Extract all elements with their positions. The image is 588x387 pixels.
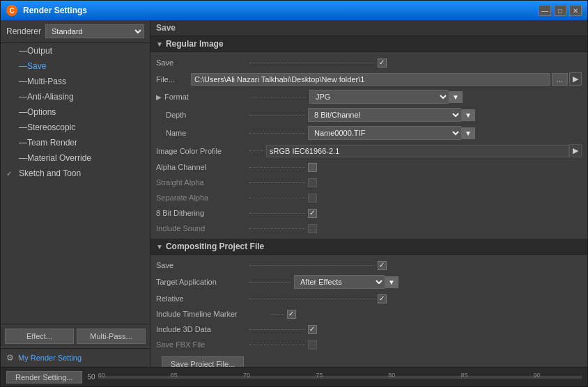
timeline-row: 50 60 65 70 75 80 85 90 [88,373,582,381]
compositing-content: Save Target Application After Effects ▼ … [150,255,587,367]
color-profile-input[interactable] [266,145,569,157]
depth-select[interactable]: 8 Bit/Channel [308,108,461,122]
file-label: File... [156,75,191,84]
sidebar-item-label: —Material Override [19,153,91,163]
file-path-input[interactable] [191,73,550,86]
file-arrow-button[interactable]: ▶ [569,72,582,86]
save-project-button[interactable]: Save Project File... [162,356,244,367]
target-app-select[interactable]: After Effects [294,275,385,289]
bit-dithering-row: 8 Bit Dithering [156,205,582,221]
window-controls: — □ ✕ [539,5,582,16]
include-timeline-checkbox[interactable] [287,310,296,319]
include-3d-row: Include 3D Data [156,322,582,337]
format-row: ▶ Format JPG ▼ [156,88,582,106]
save-fbx-row: Save FBX File [156,337,582,352]
relative-row: Relative [156,291,582,306]
title-bar: C Render Settings — □ ✕ [1,1,587,20]
bottom-bar: Render Setting... 50 60 65 70 75 80 85 9… [1,367,587,386]
sidebar-item-multipass[interactable]: —Multi-Pass [1,74,150,89]
timeline-mark-60: 60 [98,372,105,379]
alpha-channel-label: Alpha Channel [156,163,247,171]
format-arrow-button[interactable]: ▼ [449,91,463,103]
alpha-channel-dots [249,167,305,168]
alpha-channel-row: Alpha Channel [156,159,582,175]
save-row: Save [156,55,582,70]
timeline-label: 50 [88,373,95,381]
name-arrow-button[interactable]: ▼ [461,127,475,139]
render-setting-button[interactable]: Render Setting... [6,371,82,384]
separate-alpha-checkbox[interactable] [308,194,317,203]
file-browse-button[interactable]: ... [552,73,568,86]
sidebar-items: —Output —Save —Multi-Pass —Anti-Aliasing… [1,43,150,184]
format-select[interactable]: JPG [309,90,449,104]
name-label: Name [156,129,247,137]
compositing-toggle-icon[interactable]: ▼ [156,243,163,251]
include-sound-checkbox[interactable] [308,224,317,233]
close-button[interactable]: ✕ [569,5,582,16]
sidebar-item-options[interactable]: —Options [1,104,150,120]
name-select[interactable]: Name0000.TIF [308,126,461,140]
target-app-row: Target Application After Effects ▼ [156,273,582,291]
app-icon: C [6,5,17,16]
relative-label: Relative [156,294,247,303]
comp-save-dots [249,265,375,266]
color-profile-arrow-button[interactable]: ▶ [569,144,582,157]
sidebar-item-label: —Multi-Pass [19,77,66,86]
name-dots [249,133,305,134]
depth-label: Depth [156,111,247,119]
color-profile-label: Image Color Profile [156,147,247,155]
main-panel: Save ▼ Regular Image Save File... ... [150,20,587,367]
include-3d-checkbox[interactable] [308,325,317,334]
bit-dithering-dots [249,213,305,214]
sidebar-item-label: —Stereoscopic [19,123,75,132]
comp-save-checkbox[interactable] [378,261,387,270]
straight-alpha-label: Straight Alpha [156,178,247,187]
separate-alpha-label: Separate Alpha [156,194,247,202]
section-toggle-icon[interactable]: ▼ [156,40,163,48]
render-settings-window: C Render Settings — □ ✕ Renderer Standar… [0,0,588,387]
check-icon: ✓ [6,170,16,177]
save-fbx-dots [249,345,305,345]
sidebar-bottom-buttons: Effect... Multi-Pass... [1,324,150,348]
regular-image-section-header: ▼ Regular Image [150,36,587,52]
name-row: Name Name0000.TIF ▼ [156,124,582,142]
separate-alpha-row: Separate Alpha [156,190,582,205]
compositing-title: Compositing Project File [166,242,264,251]
include-timeline-label: Include Timeline Marker [156,310,268,318]
bit-dithering-checkbox[interactable] [308,209,317,218]
sidebar-item-antialiasing[interactable]: —Anti-Aliasing [1,89,150,104]
sidebar-item-stereoscopic[interactable]: —Stereoscopic [1,120,150,135]
format-toggle-icon[interactable]: ▶ [156,93,162,101]
depth-arrow-button[interactable]: ▼ [461,109,475,121]
window-title: Render Settings [23,6,539,15]
timeline-mark-85: 85 [461,372,467,379]
straight-alpha-dots [249,182,305,183]
save-checkbox[interactable] [378,58,387,68]
color-profile-row: Image Color Profile ▶ [156,142,582,159]
include-timeline-row: Include Timeline Marker [156,306,582,322]
save-fbx-checkbox[interactable] [308,340,317,349]
color-profile-dots [249,150,263,151]
include-sound-dots [249,228,305,229]
compositing-section-header: ▼ Compositing Project File [150,239,587,255]
target-app-label: Target Application [156,278,247,286]
minimize-button[interactable]: — [539,5,551,16]
render-setting-label[interactable]: My Render Setting [18,354,82,362]
maximize-button[interactable]: □ [554,5,566,16]
sidebar: Renderer Standard —Output —Save —Multi-P… [1,20,150,367]
alpha-channel-checkbox[interactable] [308,163,317,172]
timeline-mark-70: 70 [243,372,250,379]
sidebar-item-save[interactable]: —Save [1,58,150,74]
sidebar-item-materialoverride[interactable]: —Material Override [1,150,150,166]
save-fbx-label: Save FBX File [156,340,247,349]
relative-checkbox[interactable] [378,294,387,303]
renderer-select[interactable]: Standard [45,24,144,38]
renderer-label: Renderer [6,26,41,36]
multipass-button[interactable]: Multi-Pass... [77,329,146,344]
effect-button[interactable]: Effect... [5,329,74,344]
straight-alpha-checkbox[interactable] [308,178,317,187]
target-app-arrow-button[interactable]: ▼ [385,276,399,288]
sidebar-item-sketchandtoon[interactable]: ✓ Sketch and Toon [1,166,150,181]
sidebar-item-output[interactable]: —Output [1,43,150,58]
sidebar-item-teamrender[interactable]: —Team Render [1,135,150,150]
